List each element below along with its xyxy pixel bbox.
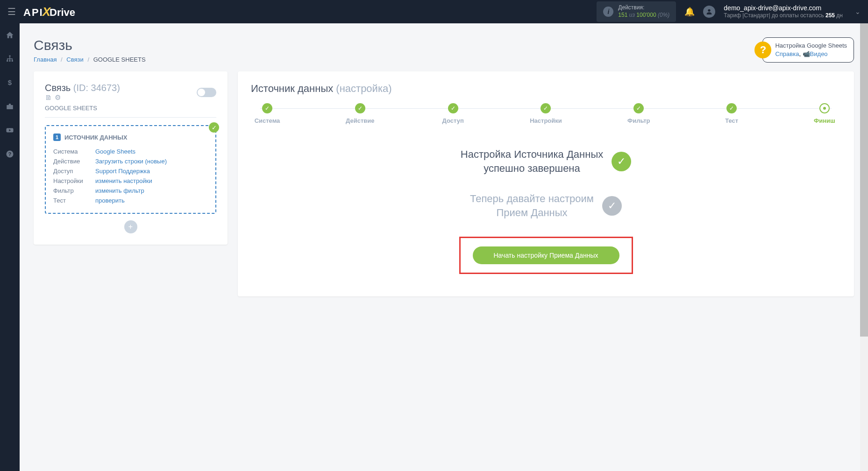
actions-numbers: 151 из 100'000 (0%) bbox=[618, 12, 669, 19]
step-circle: ✓ bbox=[633, 103, 644, 113]
connection-toggle[interactable] bbox=[197, 88, 216, 97]
topbar-right: i Действия: 151 из 100'000 (0%) 🔔 demo_a… bbox=[597, 1, 861, 21]
scrollbar-thumb[interactable] bbox=[860, 23, 868, 337]
connection-title: Связь (ID: 34673) 🗎 ⚙ bbox=[45, 83, 120, 102]
breadcrumb: Главная / Связи / GOOGLE SHEETS bbox=[34, 56, 146, 63]
step-label: Тест bbox=[725, 117, 738, 124]
source-row-value[interactable]: Support Поддержка bbox=[95, 168, 150, 175]
video-icon: 📹 bbox=[803, 50, 810, 57]
check-icon: ✓ bbox=[612, 152, 631, 171]
source-rows: СистемаGoogle SheetsДействиеЗагрузить ст… bbox=[53, 147, 208, 205]
svg-rect-6 bbox=[7, 105, 13, 109]
connection-card: Связь (ID: 34673) 🗎 ⚙ GOOGLE SHEETS ✓ 1 … bbox=[34, 71, 228, 245]
source-row-value[interactable]: проверить bbox=[95, 197, 125, 204]
page-title: Связь bbox=[34, 37, 146, 53]
help-icon[interactable]: ? bbox=[6, 150, 14, 161]
chevron-down-icon[interactable]: ⌄ bbox=[855, 8, 861, 15]
source-row-label: Тест bbox=[53, 197, 95, 204]
svg-rect-3 bbox=[9, 60, 11, 62]
home-icon[interactable] bbox=[6, 31, 14, 42]
step-circle: ✓ bbox=[355, 103, 365, 113]
user-email: demo_apix-drive@apix-drive.com bbox=[724, 4, 843, 12]
step-circle: ✓ bbox=[448, 103, 458, 113]
success-status: Настройка Источника Данных успешно завер… bbox=[461, 148, 631, 175]
source-row-value[interactable]: Загрузить строки (новые) bbox=[95, 158, 167, 165]
setup-title: Источник данных (настройка) bbox=[251, 83, 841, 95]
help-title: Настройка Google Sheets bbox=[775, 42, 847, 50]
source-row: Тестпроверить bbox=[53, 196, 208, 205]
breadcrumb-connects[interactable]: Связи bbox=[66, 56, 83, 63]
step-Доступ[interactable]: ✓Доступ bbox=[437, 103, 470, 124]
step-Финиш[interactable]: Финиш bbox=[808, 103, 841, 124]
help-link[interactable]: Справка bbox=[775, 50, 799, 57]
finish-content: Настройка Источника Данных успешно завер… bbox=[251, 148, 841, 274]
source-row: СистемаGoogle Sheets bbox=[53, 147, 208, 156]
user-tariff: Тариф |Стандарт| до оплаты осталось 255 … bbox=[724, 12, 843, 20]
connections-icon[interactable] bbox=[6, 55, 14, 65]
svg-point-0 bbox=[708, 9, 711, 12]
step-Настройки[interactable]: ✓Настройки bbox=[529, 103, 562, 124]
check-icon: ✓ bbox=[602, 196, 622, 216]
source-row-label: Фильтр bbox=[53, 187, 95, 194]
cta-highlight: Начать настройку Приема Данных bbox=[459, 237, 633, 274]
step-circle: ✓ bbox=[541, 103, 551, 113]
youtube-icon[interactable] bbox=[6, 126, 14, 137]
user-info[interactable]: demo_apix-drive@apix-drive.com Тариф |Ст… bbox=[724, 4, 843, 20]
step-Действие[interactable]: ✓Действие bbox=[344, 103, 377, 124]
topbar: ☰ APIXDrive i Действия: 151 из 100'000 (… bbox=[0, 0, 868, 23]
source-row: Настройкиизменить настройки bbox=[53, 176, 208, 186]
svg-rect-1 bbox=[9, 56, 11, 57]
page-header: Связь Главная / Связи / GOOGLE SHEETS ? … bbox=[34, 37, 854, 63]
step-Тест[interactable]: ✓Тест bbox=[715, 103, 748, 124]
bell-icon[interactable]: 🔔 bbox=[684, 7, 695, 17]
source-row-value[interactable]: Google Sheets bbox=[95, 148, 135, 155]
logo[interactable]: APIXDrive bbox=[23, 5, 75, 19]
briefcase-icon[interactable] bbox=[6, 102, 14, 113]
step-circle: ✓ bbox=[262, 103, 272, 113]
actions-counter[interactable]: i Действия: 151 из 100'000 (0%) bbox=[597, 1, 676, 21]
document-icon[interactable]: 🗎 bbox=[45, 93, 52, 102]
source-row-label: Доступ bbox=[53, 168, 95, 175]
start-destination-button[interactable]: Начать настройку Приема Данных bbox=[473, 246, 619, 264]
source-row: ДоступSupport Поддержка bbox=[53, 166, 208, 176]
info-icon: i bbox=[603, 7, 613, 17]
source-row-value[interactable]: изменить настройки bbox=[95, 177, 152, 184]
success-text: Настройка Источника Данных успешно завер… bbox=[461, 148, 603, 175]
step-label: Фильтр bbox=[627, 117, 650, 124]
svg-rect-2 bbox=[7, 60, 8, 62]
hamburger-icon[interactable]: ☰ bbox=[7, 6, 16, 17]
step-circle bbox=[819, 103, 830, 113]
step-label: Действие bbox=[346, 117, 374, 124]
dollar-icon[interactable]: $ bbox=[6, 78, 14, 89]
svg-text:?: ? bbox=[8, 151, 11, 157]
source-header: 1 ИСТОЧНИК ДАННЫХ bbox=[53, 134, 208, 141]
connection-subtitle: GOOGLE SHEETS bbox=[45, 105, 216, 118]
step-Фильтр[interactable]: ✓Фильтр bbox=[622, 103, 655, 124]
check-icon: ✓ bbox=[209, 122, 219, 133]
avatar[interactable] bbox=[703, 6, 715, 18]
source-row: ДействиеЗагрузить строки (новые) bbox=[53, 156, 208, 166]
breadcrumb-current: GOOGLE SHEETS bbox=[93, 56, 146, 63]
next-text: Теперь давайте настроим Прием Данных bbox=[470, 192, 594, 219]
main-content: Связь Главная / Связи / GOOGLE SHEETS ? … bbox=[20, 23, 868, 471]
source-row-label: Система bbox=[53, 148, 95, 155]
setup-card: Источник данных (настройка) ✓Система✓Дей… bbox=[238, 71, 854, 296]
source-row-label: Действие bbox=[53, 158, 95, 165]
breadcrumb-home[interactable]: Главная bbox=[34, 56, 57, 63]
svg-rect-4 bbox=[12, 60, 13, 62]
svg-text:$: $ bbox=[8, 78, 12, 86]
gear-icon[interactable]: ⚙ bbox=[55, 93, 61, 102]
content-row: Связь (ID: 34673) 🗎 ⚙ GOOGLE SHEETS ✓ 1 … bbox=[34, 71, 854, 296]
step-Система[interactable]: ✓Система bbox=[251, 103, 284, 124]
source-row-value[interactable]: изменить фильтр bbox=[95, 187, 144, 194]
scrollbar[interactable] bbox=[860, 23, 868, 471]
step-progress: ✓Система✓Действие✓Доступ✓Настройки✓Фильт… bbox=[251, 103, 841, 124]
step-label: Настройки bbox=[530, 117, 562, 124]
source-row-label: Настройки bbox=[53, 177, 95, 184]
source-row: Фильтризменить фильтр bbox=[53, 186, 208, 196]
actions-label: Действия: bbox=[618, 4, 669, 12]
video-link[interactable]: Видео bbox=[810, 50, 828, 57]
step-label: Система bbox=[255, 117, 280, 124]
add-button[interactable]: + bbox=[124, 220, 137, 233]
source-box[interactable]: ✓ 1 ИСТОЧНИК ДАННЫХ СистемаGoogle Sheets… bbox=[45, 125, 216, 214]
